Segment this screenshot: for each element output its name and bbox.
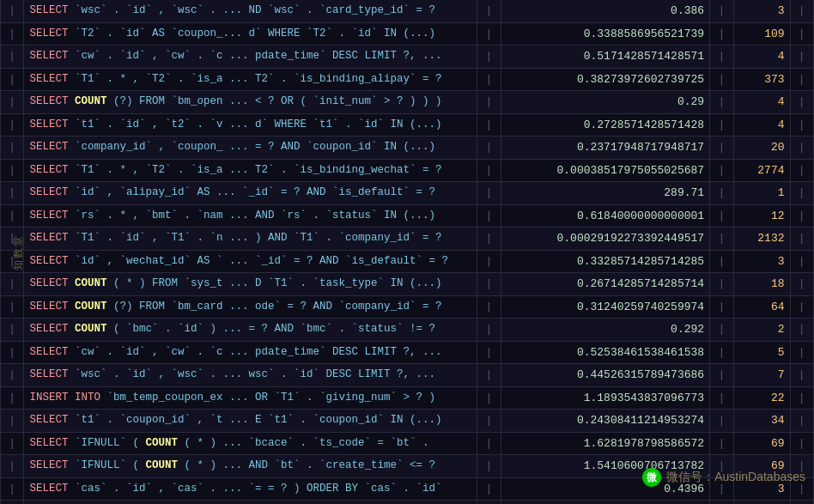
row-separator-right: | [710, 477, 733, 501]
row-separator-mid: | [477, 228, 501, 251]
row-separator-left: | [1, 68, 24, 91]
query-cell: SELECT `IFNULL` ( COUNT ( * ) ... `bcace… [24, 432, 477, 455]
row-separator-mid: | [477, 295, 501, 319]
row-separator-mid: | [477, 0, 501, 22]
table-row: |SELECT `T2` . `id` AS `coupon_... d` WH… [1, 22, 814, 46]
table-row: |SELECT `IFNULL` ( COUNT ( * ) ... `bcac… [1, 432, 814, 455]
time-cell: 0.00029192273392449517 [501, 228, 710, 251]
time-cell: 0.52538461538461538 [501, 341, 710, 364]
row-separator-mid: | [477, 455, 501, 478]
query-cell: SELECT `id` , `wechat_id` AS ` ... `_id`… [24, 250, 477, 273]
time-cell: 0.2728571428571428 [501, 113, 710, 137]
row-separator-left: | [1, 91, 24, 114]
count-cell: 20 [733, 137, 790, 160]
row-separator-right: | [710, 113, 733, 137]
row-separator-far: | [790, 319, 813, 342]
row-separator-left: | [1, 295, 24, 319]
table-row: |SELECT `IFNULL` ( COUNT ( * ) ... AND `… [1, 455, 814, 478]
row-separator-mid: | [477, 477, 501, 501]
query-cell: SELECT `cas` . `id` , `cas` . ... `= = ?… [24, 477, 477, 501]
row-separator-right: | [710, 91, 733, 114]
row-separator-right: | [710, 501, 733, 505]
row-separator-left: | [1, 386, 24, 410]
query-cell: SELECT `T1` . `id` , `T1` . `n ... ) AND… [24, 228, 477, 251]
count-cell: 373 [733, 68, 790, 91]
row-separator-right: | [710, 182, 733, 205]
query-cell: SELECT `t1` . `coupon_id` , `t ... E `t1… [24, 410, 477, 433]
count-cell: 69 [733, 455, 790, 478]
count-cell: 2 [733, 319, 790, 342]
table-row: |SELECT `t1` . `id` , `t2` . `v ... d` W… [1, 113, 814, 137]
row-separator-right: | [710, 273, 733, 296]
table-row: |SELECT `wsc` . `id` , `wsc` . ... wsc` … [1, 364, 814, 387]
row-separator-mid: | [477, 91, 501, 114]
time-cell: 0.31240259740259974 [501, 295, 710, 319]
table-row: |SELECT `T1` . * , `T2` . `is_a ... T2` … [1, 68, 814, 91]
time-cell: 0.38888888888888889 [501, 501, 710, 505]
row-separator-right: | [710, 386, 733, 410]
row-separator-left: | [1, 113, 24, 137]
row-separator-mid: | [477, 46, 501, 69]
row-separator-left: | [1, 46, 24, 69]
row-separator-right: | [710, 364, 733, 387]
query-cell: SELECT COUNT ( `bmc` . `id` ) ... = ? AN… [24, 319, 477, 342]
row-separator-mid: | [477, 341, 501, 364]
row-separator-far: | [790, 501, 813, 505]
row-separator-left: | [1, 204, 24, 228]
row-separator-left: | [1, 228, 24, 251]
time-cell: 289.71 [501, 182, 710, 205]
table-row: |SELECT `T1` . * , `T2` . `is_a ... T2` … [1, 159, 814, 182]
row-separator-mid: | [477, 68, 501, 91]
query-cell: SELECT COUNT ( * ) FROM `sys_t ... D `T1… [24, 273, 477, 296]
row-separator-far: | [790, 477, 813, 501]
row-separator-left: | [1, 455, 24, 478]
time-cell: 0.44526315789473686 [501, 364, 710, 387]
table-row: |SELECT `T1` . `id` , `T1` . `n ... ) AN… [1, 228, 814, 251]
row-separator-right: | [710, 432, 733, 455]
table-row: |SELECT `bwwe` . `id` , `bwwe` . ... AND… [1, 501, 814, 505]
query-cell: SELECT `cw` . `id` , `cw` . `c ... pdate… [24, 46, 477, 69]
row-separator-right: | [710, 204, 733, 228]
query-table: |SELECT `wsc` . `id` , `wsc` . ... ND `w… [0, 0, 814, 504]
row-separator-left: | [1, 501, 24, 505]
time-cell: 0.386 [501, 0, 710, 22]
query-cell: SELECT `t1` . `id` , `t2` . `v ... d` WH… [24, 113, 477, 137]
row-separator-left: | [1, 341, 24, 364]
count-cell: 1 [733, 182, 790, 205]
table-row: |SELECT `company_id` , `coupon_ ... = ? … [1, 137, 814, 160]
row-separator-right: | [710, 319, 733, 342]
row-separator-far: | [790, 455, 813, 478]
table-row: |SELECT `cw` . `id` , `cw` . `c ... pdat… [1, 341, 814, 364]
table-row: |SELECT COUNT (?) FROM `bm_card ... ode`… [1, 295, 814, 319]
count-cell: 2774 [733, 159, 790, 182]
table-row: |SELECT `t1` . `coupon_id` , `t ... E `t… [1, 410, 814, 433]
row-separator-far: | [790, 364, 813, 387]
row-separator-far: | [790, 137, 813, 160]
query-cell: SELECT `wsc` . `id` , `wsc` . ... ND `ws… [24, 0, 477, 22]
row-separator-right: | [710, 410, 733, 433]
row-separator-right: | [710, 68, 733, 91]
count-cell: 12 [733, 204, 790, 228]
row-separator-far: | [790, 432, 813, 455]
row-separator-left: | [1, 0, 24, 22]
query-cell: SELECT `T2` . `id` AS `coupon_... d` WHE… [24, 22, 477, 46]
query-cell: SELECT `IFNULL` ( COUNT ( * ) ... AND `b… [24, 455, 477, 478]
table-row: |INSERT INTO `bm_temp_coupon_ex ... OR `… [1, 386, 814, 410]
count-cell: 2132 [733, 228, 790, 251]
table-row: |SELECT `id` , `wechat_id` AS ` ... `_id… [1, 250, 814, 273]
row-separator-far: | [790, 46, 813, 69]
row-separator-mid: | [477, 386, 501, 410]
row-separator-right: | [710, 295, 733, 319]
count-cell: 3 [733, 0, 790, 22]
row-separator-mid: | [477, 159, 501, 182]
row-separator-mid: | [477, 113, 501, 137]
query-cell: SELECT COUNT (?) FROM `bm_open ... < ? O… [24, 91, 477, 114]
time-cell: 0.24308411214953274 [501, 410, 710, 433]
table-row: |SELECT `id` , `alipay_id` AS ... `_id` … [1, 182, 814, 205]
row-separator-left: | [1, 319, 24, 342]
row-separator-right: | [710, 46, 733, 69]
table-row: |SELECT `cas` . `id` , `cas` . ... `= = … [1, 477, 814, 501]
time-cell: 0.292 [501, 319, 710, 342]
time-cell: 0.29 [501, 91, 710, 114]
row-separator-mid: | [477, 250, 501, 273]
